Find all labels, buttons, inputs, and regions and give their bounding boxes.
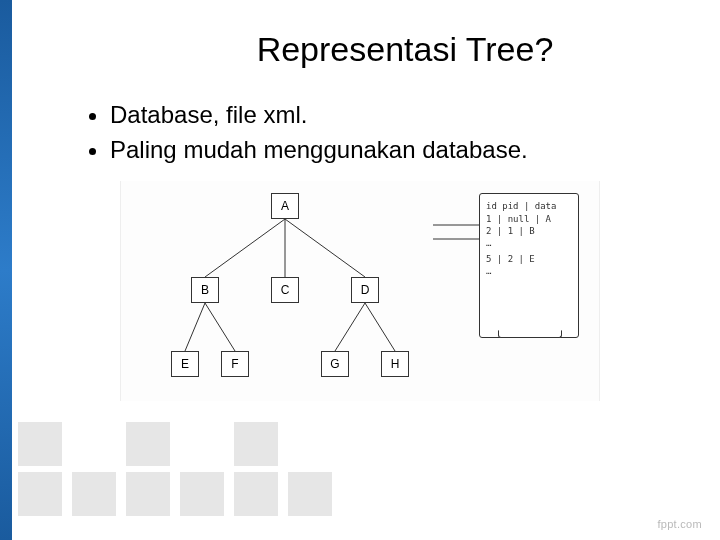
tree-node-e: E [171,351,199,377]
decorative-blocks [18,412,338,522]
block [18,472,62,516]
bullet-item: Database, file xml. [110,99,680,130]
tree-node-h: H [381,351,409,377]
watermark: fppt.com [657,518,702,530]
db-row: … [486,237,572,249]
block [234,472,278,516]
db-row: 5 | 2 | E [486,253,572,265]
tree-node-c: C [271,277,299,303]
svg-line-0 [205,219,285,277]
db-header: id pid | data [486,200,572,212]
db-notch [498,330,562,338]
tree-node-g: G [321,351,349,377]
block [288,472,332,516]
svg-line-3 [185,303,205,351]
tree-graph: A B C D E F G H [161,191,421,391]
tree-node-f: F [221,351,249,377]
block [126,472,170,516]
diagram: A B C D E F G H id pid | data 1 | null |… [120,181,600,401]
block [18,422,62,466]
block [234,422,278,466]
slide-title: Representasi Tree? [130,30,680,69]
db-row: … [486,265,572,277]
block [180,472,224,516]
db-table: id pid | data 1 | null | A 2 | 1 | B … 5… [479,193,579,338]
svg-line-5 [335,303,365,351]
bullet-list: Database, file xml. Paling mudah menggun… [110,99,680,165]
svg-line-4 [205,303,235,351]
svg-line-2 [285,219,365,277]
svg-line-6 [365,303,395,351]
block [72,472,116,516]
block [126,422,170,466]
slide: Representasi Tree? Database, file xml. P… [0,0,720,540]
bullet-item: Paling mudah menggunakan database. [110,134,680,165]
tree-node-b: B [191,277,219,303]
tree-node-a: A [271,193,299,219]
db-row: 1 | null | A [486,213,572,225]
accent-bar [0,0,12,540]
tree-node-d: D [351,277,379,303]
db-row: 2 | 1 | B [486,225,572,237]
